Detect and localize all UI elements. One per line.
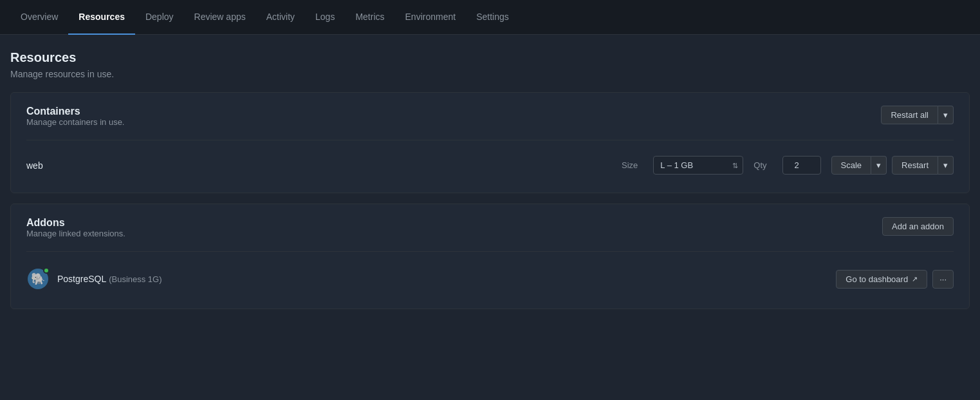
postgresql-addon-row: 🐘 PostgreSQL (Business 1G) Go to dashboa… (26, 262, 954, 296)
size-label: Size (622, 160, 638, 170)
addons-header-left: Addons Manage linked extensions. (26, 217, 125, 249)
postgresql-icon: 🐘 (26, 267, 50, 290)
addon-status-dot (43, 267, 50, 274)
page-title: Resources (10, 50, 970, 65)
size-select-wrapper: L – 1 GB (653, 156, 743, 175)
scale-button-group: Scale ▾ (831, 156, 887, 175)
containers-card-header: Containers Manage containers in use. Res… (26, 106, 954, 137)
nav-item-logs[interactable]: Logs (305, 0, 345, 35)
containers-header-left: Containers Manage containers in use. (26, 106, 124, 137)
svg-text:🐘: 🐘 (31, 272, 46, 286)
restart-button[interactable]: Restart (892, 156, 938, 175)
containers-divider (26, 140, 954, 140)
chevron-down-icon: ▾ (943, 110, 948, 120)
web-container-controls: Size L – 1 GB Qty Scale ▾ (622, 156, 954, 175)
nav-item-metrics[interactable]: Metrics (345, 0, 394, 35)
addons-subtitle: Manage linked extensions. (26, 229, 125, 238)
nav-item-activity[interactable]: Activity (256, 0, 305, 35)
scale-caret-button[interactable]: ▾ (871, 156, 887, 175)
addon-plan: (Business 1G) (109, 274, 162, 284)
add-addon-button[interactable]: Add an addon (882, 217, 954, 236)
restart-all-button-group: Restart all ▾ (881, 106, 954, 124)
restart-button-group: Restart ▾ (892, 156, 954, 175)
nav-item-review-apps[interactable]: Review apps (184, 0, 256, 35)
restart-caret-button[interactable]: ▾ (938, 156, 954, 175)
top-navigation: Overview Resources Deploy Review apps Ac… (0, 0, 980, 35)
nav-item-environment[interactable]: Environment (395, 0, 467, 35)
chevron-down-icon: ▾ (943, 160, 948, 170)
containers-subtitle: Manage containers in use. (26, 117, 124, 127)
addon-info: PostgreSQL (Business 1G) (57, 274, 162, 284)
nav-item-deploy[interactable]: Deploy (135, 0, 184, 35)
addons-divider (26, 251, 954, 252)
nav-item-overview[interactable]: Overview (10, 0, 68, 35)
page-subtitle: Manage resources in use. (10, 69, 970, 79)
containers-card: Containers Manage containers in use. Res… (10, 92, 970, 193)
web-container-name: web (26, 160, 104, 171)
qty-label: Qty (753, 160, 766, 170)
chevron-down-icon: ▾ (876, 160, 881, 170)
addon-name: PostgreSQL (57, 274, 106, 284)
external-link-icon: ↗ (912, 275, 918, 283)
web-container-row: web Size L – 1 GB Qty Scale ▾ (26, 151, 954, 180)
addons-title: Addons (26, 217, 125, 229)
nav-item-settings[interactable]: Settings (466, 0, 519, 35)
go-to-dashboard-button[interactable]: Go to dashboard ↗ (836, 270, 927, 289)
nav-item-resources[interactable]: Resources (68, 0, 135, 35)
restart-all-button[interactable]: Restart all (881, 106, 938, 124)
page-content: Resources Manage resources in use. Conta… (0, 35, 980, 335)
scale-button[interactable]: Scale (831, 156, 872, 175)
web-action-buttons: Scale ▾ Restart ▾ (831, 156, 954, 175)
size-select[interactable]: L – 1 GB (653, 156, 743, 175)
addon-actions: Go to dashboard ↗ ··· (836, 270, 954, 289)
addon-more-button[interactable]: ··· (932, 270, 954, 289)
qty-input[interactable] (782, 156, 821, 175)
addons-card-header: Addons Manage linked extensions. Add an … (26, 217, 954, 249)
containers-title: Containers (26, 106, 124, 117)
more-icon: ··· (939, 274, 947, 284)
addons-card: Addons Manage linked extensions. Add an … (10, 204, 970, 309)
restart-all-caret-button[interactable]: ▾ (938, 106, 954, 124)
dashboard-label: Go to dashboard (846, 274, 908, 284)
